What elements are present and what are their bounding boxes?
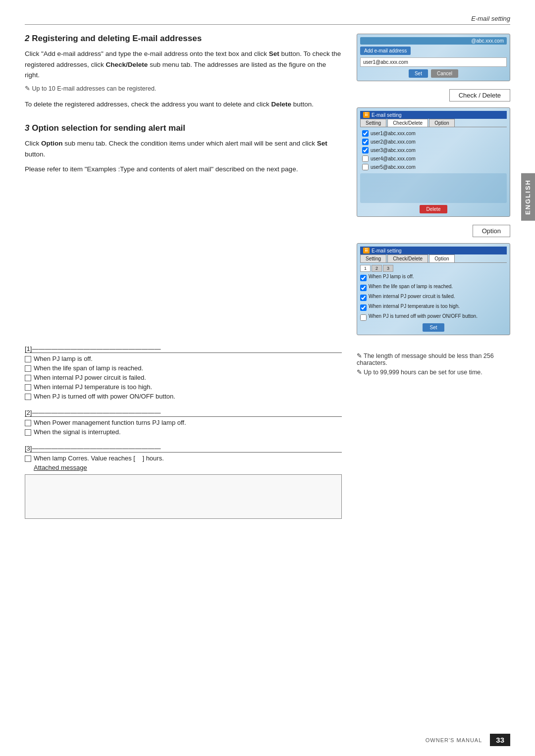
- panel-icon-3: ⠿: [363, 248, 370, 253]
- lower-layout: [1]———————————————————— When PJ lamp is …: [25, 345, 510, 528]
- section3-number: 3: [25, 123, 29, 133]
- bottom-note-1: The length of message should be less tha…: [357, 352, 510, 366]
- tab-checkdelete-3[interactable]: Check/Delete: [387, 254, 428, 262]
- option-checkbox-3[interactable]: [360, 295, 367, 301]
- option-item-3: When internal PJ power circuit is failed…: [360, 294, 507, 301]
- option-item-2: When the life span of lamp is reached.: [360, 284, 507, 291]
- right-col: @abc.xxx.com Add e-mail address user1@ab…: [357, 34, 510, 340]
- email-checkbox-1[interactable]: [362, 130, 369, 137]
- section3-heading: 3 Option selection for sending alert mai…: [25, 123, 342, 133]
- ex2-cb-1: [25, 420, 31, 426]
- ui-screenshot-add-email: @abc.xxx.com Add e-mail address user1@ab…: [357, 34, 510, 81]
- ex2-cb-2: [25, 429, 31, 436]
- ex1-item-3: When internal PJ power circuit is failed…: [25, 374, 342, 381]
- section3: 3 Option selection for sending alert mai…: [25, 123, 342, 174]
- section2-number: 2: [25, 34, 29, 43]
- email-item-2: user2@abc.xxx.com: [360, 138, 507, 146]
- option-checkbox-4[interactable]: [360, 304, 367, 311]
- email-item-4: user4@abc.xxx.com: [360, 154, 507, 163]
- section3-body1: Click Option sub menu tab. Check the con…: [25, 138, 342, 159]
- message-box[interactable]: [25, 474, 342, 519]
- label-option: Option: [473, 225, 510, 237]
- email-checkbox-4[interactable]: [362, 155, 369, 162]
- option-checkbox-5[interactable]: [360, 314, 367, 321]
- page-container: E-mail setting 2 Registering and deletin…: [0, 0, 535, 756]
- ex3-item-1: When lamp Corres. Value reaches [ ] hour…: [25, 454, 342, 462]
- panel-header-3: ⠿ E-mail setting: [360, 247, 507, 254]
- email-item-3: user3@abc.xxx.com: [360, 146, 507, 154]
- email-item-1: user1@abc.xxx.com: [360, 129, 507, 138]
- tab-option-3[interactable]: Option: [429, 254, 454, 262]
- footer-label: OWNER'S MANUAL: [426, 737, 482, 743]
- ex3-cb-1: [25, 455, 31, 462]
- page-number: 33: [490, 734, 510, 746]
- lower-right: The length of message should be less tha…: [357, 345, 510, 528]
- email-input-field[interactable]: user1@abc.xxx.com: [360, 57, 507, 67]
- example-group-3: [3]———————————————————— When lamp Corres…: [25, 445, 342, 519]
- ex2-item-2: When the signal is interrupted.: [25, 428, 342, 436]
- option-checkbox-1[interactable]: [360, 275, 367, 281]
- ex1-item-1: When PJ lamp is off.: [25, 355, 342, 362]
- email-item-5: user5@abc.xxx.com: [360, 163, 507, 171]
- section3-body2: Please refer to item "Examples :Type and…: [25, 164, 342, 175]
- tab-bar-2: Setting Check/Delete Option: [360, 119, 507, 127]
- lower-left: [1]———————————————————— When PJ lamp is …: [25, 345, 342, 528]
- option-checkbox-2[interactable]: [360, 285, 367, 291]
- set-btn-row-3: Set: [360, 323, 507, 332]
- ex2-item-1: When Power management function turns PJ …: [25, 419, 342, 426]
- tab-setting-2[interactable]: Setting: [360, 119, 386, 127]
- example-group-1: [1]———————————————————— When PJ lamp is …: [25, 345, 342, 400]
- ui-screenshot-check-delete: ⠿ E-mail setting Setting Check/Delete Op…: [357, 107, 510, 217]
- tab-bar-3: Setting Check/Delete Option: [360, 254, 507, 263]
- example-group-2: [2]———————————————————— When Power manag…: [25, 409, 342, 436]
- example-label-1: [1]————————————————————: [25, 345, 342, 353]
- sub-tab-3[interactable]: 3: [383, 265, 393, 272]
- sub-tab-1[interactable]: 1: [360, 265, 371, 272]
- ex1-item-2: When the life span of lamp is reached.: [25, 364, 342, 372]
- footer: OWNER'S MANUAL 33: [426, 734, 510, 746]
- email-list: user1@abc.xxx.com user2@abc.xxx.com user…: [360, 129, 507, 171]
- tab-option-2[interactable]: Option: [429, 119, 454, 127]
- tab-checkdelete-2[interactable]: Check/Delete: [387, 119, 428, 127]
- english-sidebar: ENGLISH: [521, 173, 535, 221]
- set-btn-1[interactable]: Set: [409, 69, 428, 78]
- ex1-cb-1: [25, 356, 31, 362]
- ex1-item-4: When internal PJ temperature is too high…: [25, 383, 342, 391]
- option-item-4: When internal PJ temperature is too high…: [360, 303, 507, 311]
- email-checkbox-5[interactable]: [362, 164, 369, 170]
- sub-tab-2[interactable]: 2: [372, 265, 382, 272]
- header-line: E-mail setting: [25, 15, 510, 25]
- delete-btn-row: Delete: [360, 205, 507, 213]
- ex1-cb-4: [25, 384, 31, 391]
- bottom-right-notes: The length of message should be less tha…: [357, 352, 510, 376]
- main-layout: 2 Registering and deleting E-mail addres…: [25, 34, 510, 340]
- tab-setting-3[interactable]: Setting: [360, 254, 386, 262]
- section2-body2: To delete the registered addresses, chec…: [25, 99, 342, 110]
- section2-body1: Click "Add e-mail address" and type the …: [25, 49, 342, 81]
- label-check-delete: Check / Delete: [449, 89, 510, 101]
- btn-row-1: Set Cancel: [360, 69, 507, 78]
- section2: 2 Registering and deleting E-mail addres…: [25, 34, 342, 109]
- example-label-2: [2]————————————————————: [25, 409, 342, 417]
- set-btn-3[interactable]: Set: [423, 323, 444, 332]
- email-checkbox-3[interactable]: [362, 147, 369, 153]
- panel-icon-2: ⠿: [363, 112, 370, 118]
- ex1-item-5: When PJ is turned off with power ON/OFF …: [25, 393, 342, 400]
- section2-heading: 2 Registering and deleting E-mail addres…: [25, 34, 342, 44]
- ui-screenshot-option: ⠿ E-mail setting Setting Check/Delete Op…: [357, 243, 510, 335]
- section2-note1: Up to 10 E-mail addresses can be registe…: [25, 85, 342, 92]
- email-checkbox-2[interactable]: [362, 139, 369, 145]
- cancel-btn-1[interactable]: Cancel: [431, 69, 458, 78]
- ex1-cb-5: [25, 394, 31, 400]
- attached-message-label: Attached message: [34, 464, 342, 471]
- left-col: 2 Registering and deleting E-mail addres…: [25, 34, 342, 340]
- panel-header-2: ⠿ E-mail setting: [360, 111, 507, 119]
- url-bar: @abc.xxx.com: [360, 37, 507, 45]
- header-title: E-mail setting: [471, 15, 510, 22]
- ex1-cb-2: [25, 365, 31, 372]
- example-label-3: [3]————————————————————: [25, 445, 342, 453]
- option-item-5: When PJ is turned off with power ON/OFF …: [360, 313, 507, 321]
- add-email-btn[interactable]: Add e-mail address: [360, 47, 411, 55]
- bottom-note-2: Up to 99,999 hours can be set for use ti…: [357, 368, 510, 376]
- delete-btn[interactable]: Delete: [420, 205, 448, 213]
